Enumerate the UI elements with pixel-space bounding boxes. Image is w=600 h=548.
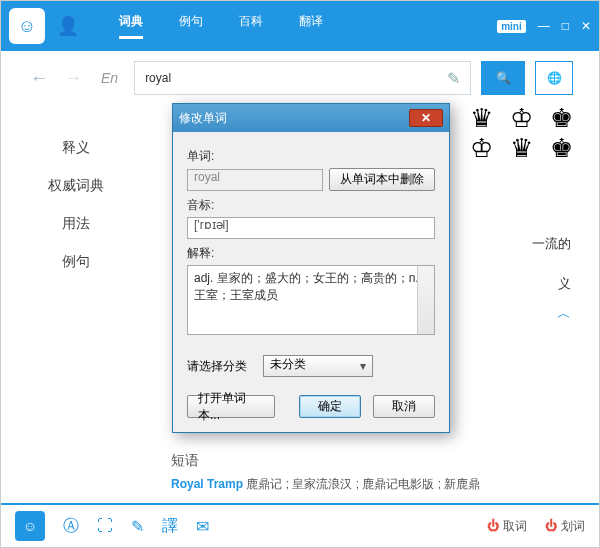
dialog-title: 修改单词 (179, 110, 227, 127)
minimize-icon[interactable]: — (538, 19, 550, 33)
tool-icon-4[interactable]: 譯 (162, 516, 178, 537)
globe-icon: 🌐 (547, 71, 562, 85)
sidebar: 释义 权威词典 用法 例句 (1, 105, 151, 497)
definition-textarea-wrap: adj. 皇家的；盛大的；女王的；高贵的；n. 王室；王室成员 (187, 265, 435, 335)
edit-word-dialog: 修改单词 ✕ 单词: royal 从单词本中删除 音标: ['rɒɪəl] 解释… (172, 103, 450, 433)
search-value: royal (145, 71, 171, 85)
web-search-button[interactable]: 🌐 (535, 61, 573, 95)
sidebar-item-usage[interactable]: 用法 (1, 205, 151, 243)
delete-from-wordbook-button[interactable]: 从单词本中删除 (329, 168, 435, 191)
phrase-heading: 短语 (171, 452, 480, 470)
crown-icon: ♚ (543, 135, 579, 161)
app-mini-logo[interactable]: ☺ (15, 511, 45, 541)
search-icon: 🔍 (496, 71, 511, 85)
sidebar-item-definition[interactable]: 释义 (1, 129, 151, 167)
tool-icon-1[interactable]: Ⓐ (63, 516, 79, 537)
phrase-line: Royal Tramp 鹿鼎记 ; 皇家流浪汉 ; 鹿鼎记电影版 ; 新鹿鼎 (171, 476, 480, 493)
dialog-close-button[interactable]: ✕ (409, 109, 443, 127)
crown-icon: ♔ (463, 135, 499, 161)
app-logo[interactable]: ☺ (9, 8, 45, 44)
tab-examples[interactable]: 例句 (179, 13, 203, 39)
phrase-section: 短语 Royal Tramp 鹿鼎记 ; 皇家流浪汉 ; 鹿鼎记电影版 ; 新鹿… (171, 452, 480, 493)
tool-icon-5[interactable]: ✉ (196, 517, 209, 536)
tab-encyclopedia[interactable]: 百科 (239, 13, 263, 39)
partial-text: 一流的 (532, 235, 571, 253)
partial-text-2: 义 (558, 275, 571, 293)
search-row: ← → En royal ✎ 🔍 🌐 (1, 51, 599, 105)
highlight-word-toggle[interactable]: ⏻划词 (545, 518, 585, 535)
tool-icon-3[interactable]: ✎ (131, 517, 144, 536)
capture-word-toggle[interactable]: ⏻取词 (487, 518, 527, 535)
image-thumbnails[interactable]: ♛♔♚ ♔♛♚ (463, 105, 579, 161)
phrase-text: 鹿鼎记 ; 皇家流浪汉 ; 鹿鼎记电影版 ; 新鹿鼎 (243, 477, 480, 491)
tab-translate[interactable]: 翻译 (299, 13, 323, 39)
collapse-icon[interactable]: ︿ (557, 305, 571, 323)
phonetic-input[interactable]: ['rɒɪəl] (187, 217, 435, 239)
dialog-body: 单词: royal 从单词本中删除 音标: ['rɒɪəl] 解释: adj. … (173, 132, 449, 432)
back-icon[interactable]: ← (27, 66, 51, 90)
mini-mode-button[interactable]: mini (497, 20, 526, 33)
bottom-toolbar: ☺ Ⓐ ⛶ ✎ 譯 ✉ ⏻取词 ⏻划词 (1, 503, 599, 547)
crown-icon: ♔ (503, 105, 539, 131)
close-icon[interactable]: ✕ (581, 19, 591, 33)
main-tabs: 词典 例句 百科 翻译 (119, 13, 323, 39)
search-button[interactable]: 🔍 (481, 61, 525, 95)
tab-dictionary[interactable]: 词典 (119, 13, 143, 39)
window-controls: mini — □ ✕ (497, 19, 591, 33)
category-select[interactable]: 未分类 (263, 355, 373, 377)
crown-icon: ♚ (543, 105, 579, 131)
crown-icon: ♛ (463, 105, 499, 131)
phonetic-label: 音标: (187, 197, 435, 214)
search-input[interactable]: royal ✎ (134, 61, 471, 95)
sidebar-item-authority[interactable]: 权威词典 (1, 167, 151, 205)
category-label: 请选择分类 (187, 358, 247, 375)
ok-button[interactable]: 确定 (299, 395, 361, 418)
language-indicator[interactable]: En (101, 70, 118, 86)
word-label: 单词: (187, 148, 435, 165)
dialog-titlebar[interactable]: 修改单词 ✕ (173, 104, 449, 132)
tool-icon-2[interactable]: ⛶ (97, 517, 113, 535)
titlebar: ☺ 👤 词典 例句 百科 翻译 mini — □ ✕ (1, 1, 599, 51)
user-icon[interactable]: 👤 (57, 15, 79, 37)
maximize-icon[interactable]: □ (562, 19, 569, 33)
word-input: royal (187, 169, 323, 191)
open-wordbook-button[interactable]: 打开单词本... (187, 395, 275, 418)
cancel-button[interactable]: 取消 (373, 395, 435, 418)
sidebar-item-examples[interactable]: 例句 (1, 243, 151, 281)
crown-icon: ♛ (503, 135, 539, 161)
phrase-link[interactable]: Royal Tramp (171, 477, 243, 491)
definition-label: 解释: (187, 245, 435, 262)
handwrite-icon[interactable]: ✎ (447, 69, 460, 88)
forward-icon: → (61, 66, 85, 90)
definition-textarea[interactable]: adj. 皇家的；盛大的；女王的；高贵的；n. 王室；王室成员 (187, 265, 435, 335)
